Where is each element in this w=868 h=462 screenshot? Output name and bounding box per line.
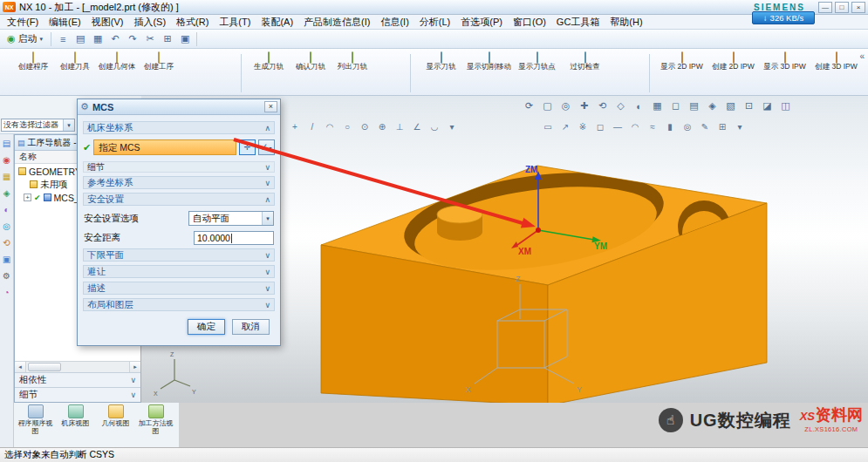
hole-icon[interactable]: ◎ (680, 119, 694, 133)
edit-object-icon[interactable]: ✎ (698, 119, 712, 133)
open-icon[interactable]: ▤ (72, 31, 88, 47)
history-icon[interactable]: ⟲ (3, 239, 10, 248)
scroll-left-icon[interactable]: ◂ (15, 362, 26, 372)
machining-method-view-button[interactable]: 加工方法视图 (136, 404, 175, 447)
ribbon-button[interactable]: 过切检查 (561, 51, 609, 80)
assembly-navigator-icon[interactable]: ▤ (3, 139, 10, 148)
menu-item[interactable]: 分析(L) (414, 15, 455, 30)
ribbon-button[interactable]: 生成刀轨 (248, 51, 290, 80)
menu-item[interactable]: 产品制造信息(I) (298, 15, 375, 30)
menu-item[interactable]: 窗口(O) (508, 15, 551, 30)
constraint-navigator-icon[interactable]: ◉ (3, 156, 10, 165)
safety-section-header[interactable]: 安全设置 ∧ (83, 193, 275, 206)
horizontal-scrollbar[interactable]: ◂ ▸ (15, 361, 140, 372)
menu-item[interactable]: 信息(I) (375, 15, 413, 30)
trimetric-view-icon[interactable]: ◇ (613, 99, 628, 113)
ok-button[interactable]: 确定 (188, 319, 225, 335)
line-snap-icon[interactable]: / (305, 119, 319, 133)
menu-item[interactable]: 编辑(E) (44, 15, 86, 30)
description-section-header[interactable]: 描述 ∨ (83, 282, 275, 295)
start-menu-button[interactable]: ◉ 启动 ▾ (3, 31, 47, 46)
menu-item[interactable]: GC工具箱 (551, 15, 605, 30)
maximize-button[interactable]: □ (835, 2, 849, 13)
arc-snap-icon[interactable]: ◠ (323, 119, 337, 133)
safety-option-select[interactable]: 自动平面 ▾ (188, 211, 274, 226)
details-section[interactable]: 细节 ∨ (15, 387, 140, 402)
top-view-icon[interactable]: ▤ (687, 99, 701, 113)
detail-subsection[interactable]: 细节 ∨ (83, 161, 275, 173)
menu-icon[interactable]: ≡ (55, 31, 71, 47)
download-speed-badge[interactable]: ↓ 326 KB/s (752, 11, 815, 24)
ribbon-button[interactable]: 确认刀轨 (290, 51, 331, 80)
perpendicular-snap-icon[interactable]: ⊥ (393, 119, 407, 133)
shaded-with-edges-icon[interactable]: ◐ (632, 99, 646, 113)
circle-snap-icon[interactable]: ○ (340, 119, 354, 133)
snap-options-icon[interactable]: ▾ (445, 119, 459, 133)
mcs-dialog-titlebar[interactable]: ⚙ MCS × (78, 99, 280, 115)
csys-icon[interactable]: ※ (576, 119, 590, 133)
scrollbar-thumb[interactable] (28, 363, 61, 371)
ribbon-button[interactable]: 显示 3D IPW (759, 51, 810, 80)
point-snap-icon[interactable]: + (288, 119, 302, 133)
close-button[interactable]: × (851, 2, 865, 13)
ribbon-button[interactable]: 显示 2D IPW (656, 51, 707, 80)
machining-wizard-icon[interactable]: ⚙ (3, 272, 10, 281)
dependencies-section[interactable]: 相依性 ∨ (15, 372, 140, 387)
rotate-icon[interactable]: ⟲ (595, 99, 610, 113)
save-icon[interactable]: ▦ (90, 31, 106, 47)
refresh-icon[interactable]: ⟳ (522, 99, 537, 113)
part-navigator-icon[interactable]: ▦ (3, 173, 10, 181)
menu-item[interactable]: 格式(R) (171, 15, 214, 30)
reuse-library-icon[interactable]: ◈ (3, 189, 10, 198)
iso-view-icon[interactable]: ◈ (705, 99, 720, 113)
ribbon-button[interactable]: 显示刀轨 (417, 51, 465, 80)
tangent-snap-icon[interactable]: ◡ (427, 119, 441, 133)
front-view-icon[interactable]: ◻ (668, 99, 683, 113)
reference-csys-section-header[interactable]: 参考坐标系 ∨ (83, 176, 275, 189)
ribbon-button[interactable]: 创建几何体 (96, 51, 138, 80)
more-tools-icon[interactable]: ⊞ (715, 119, 729, 133)
expand-icon[interactable]: + (24, 194, 31, 201)
point-dialog-button[interactable]: ∠ ▾ (258, 139, 275, 155)
menu-item[interactable]: 装配(A) (256, 15, 298, 30)
window-split-icon[interactable]: ◫ (778, 99, 793, 113)
sketch-icon[interactable]: ◻ (593, 119, 607, 133)
datum-plane-icon[interactable]: ▭ (541, 119, 555, 133)
safety-distance-input[interactable]: 10.0000 (194, 231, 274, 245)
machine-csys-section-header[interactable]: 机床坐标系 ∧ (83, 121, 275, 134)
extrude-icon[interactable]: ▮ (663, 119, 677, 133)
arc-icon[interactable]: ◠ (628, 119, 642, 133)
ribbon-button[interactable]: 创建刀具 (54, 51, 96, 80)
close-icon[interactable]: × (264, 101, 277, 112)
ribbon-button[interactable]: 创建 2D IPW (707, 51, 759, 80)
cancel-button[interactable]: 取消 (232, 319, 270, 335)
machine-tool-view-button[interactable]: 机床视图 (56, 404, 95, 447)
roles-icon[interactable]: ◔ (3, 289, 9, 297)
menu-item[interactable]: 帮助(H) (605, 15, 647, 30)
layout-layer-section-header[interactable]: 布局和图层 ∨ (83, 298, 275, 311)
zoom-icon[interactable]: ◎ (558, 99, 573, 113)
center-snap-icon[interactable]: ⊙ (358, 119, 372, 133)
datum-axis-icon[interactable]: ↗ (558, 119, 572, 133)
menu-item[interactable]: 工具(T) (214, 15, 256, 30)
ribbon-button[interactable]: 创建工序 (138, 51, 180, 80)
specify-mcs-field[interactable]: 指定 MCS (93, 139, 236, 155)
avoidance-section-header[interactable]: 避让 ∨ (83, 265, 275, 278)
scroll-right-icon[interactable]: ▸ (129, 362, 140, 372)
cut-icon[interactable]: ✂ (142, 31, 158, 47)
csys-dialog-button[interactable]: ✛ (239, 139, 256, 155)
undo-icon[interactable]: ↶ (107, 31, 123, 47)
snapshot-icon[interactable]: ⊡ (742, 99, 756, 113)
ribbon-button[interactable]: 显示切削移动 (465, 51, 513, 80)
wireframe-icon[interactable]: ▦ (650, 99, 665, 113)
menu-item[interactable]: 插入(S) (128, 15, 171, 30)
copy-icon[interactable]: ⊞ (160, 31, 175, 47)
pan-icon[interactable]: ✚ (577, 99, 591, 113)
hd3d-tool-icon[interactable]: ◐ (3, 206, 9, 214)
menu-item[interactable]: 视图(V) (86, 15, 129, 30)
ribbon-button[interactable]: 列出刀轨 (331, 51, 373, 80)
ribbon-button[interactable]: 创建程序 (12, 51, 54, 80)
ribbon-collapse-icon[interactable]: « (859, 51, 865, 61)
quadrant-snap-icon[interactable]: ⊕ (375, 119, 389, 133)
fit-view-icon[interactable]: ▢ (540, 99, 555, 113)
